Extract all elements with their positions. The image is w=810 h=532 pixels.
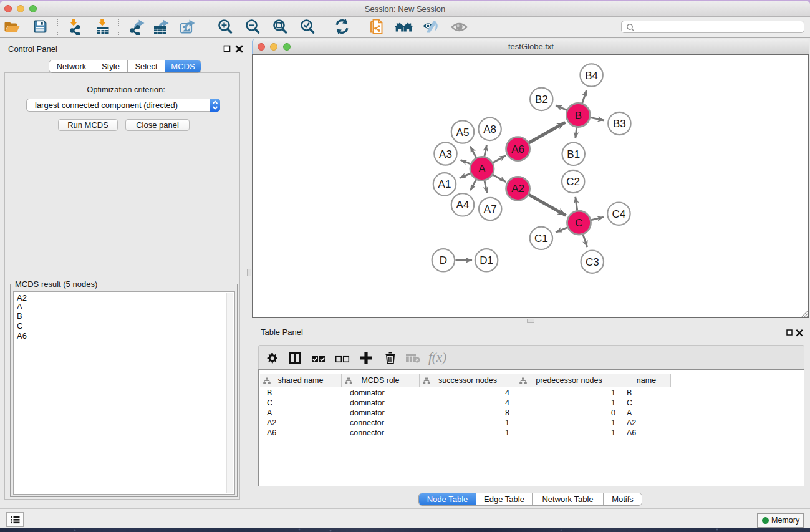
svg-text:B4: B4 <box>585 70 598 82</box>
svg-text:A7: A7 <box>484 203 497 215</box>
svg-text:B: B <box>575 110 582 122</box>
svg-text:A5: A5 <box>456 127 470 138</box>
svg-text:C1: C1 <box>534 233 548 244</box>
svg-text:B3: B3 <box>613 118 626 130</box>
svg-text:C4: C4 <box>612 208 626 220</box>
svg-text:A2: A2 <box>511 183 524 195</box>
svg-text:A: A <box>478 163 486 175</box>
svg-text:B2: B2 <box>535 94 548 105</box>
svg-text:C: C <box>575 217 582 229</box>
svg-text:A4: A4 <box>456 199 470 211</box>
svg-text:B1: B1 <box>567 148 580 160</box>
svg-text:A8: A8 <box>483 123 496 135</box>
svg-text:C3: C3 <box>586 256 599 268</box>
svg-text:D: D <box>440 254 447 266</box>
svg-text:A1: A1 <box>438 178 451 190</box>
svg-text:D1: D1 <box>480 254 493 266</box>
svg-text:A3: A3 <box>439 148 452 160</box>
svg-text:A6: A6 <box>511 143 524 155</box>
svg-text:C2: C2 <box>566 176 580 188</box>
